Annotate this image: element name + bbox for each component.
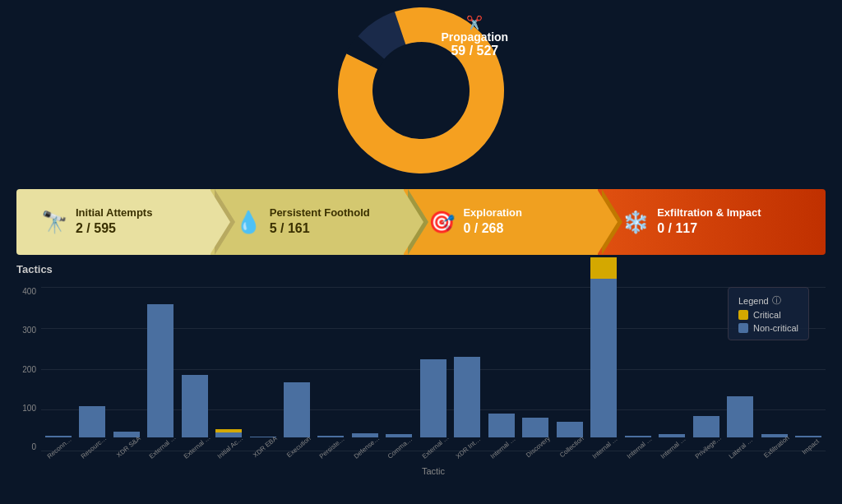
bar-group: XDR Intel... [451,357,483,451]
bar-group: External Cred... [144,304,177,451]
bar-label: Initial Access [216,433,246,460]
bar-group: Internal XOR... [485,414,518,451]
chart-inner: ReconnaissanceResource Doyn...XDR S&AExt… [41,279,826,476]
bar-label: Defense Evasion [353,433,382,460]
bar-stack [724,396,756,437]
pipeline-item-persistent[interactable]: 💧 Persistent Foothold 5 / 161 [210,189,405,255]
bar-noncritical[interactable] [79,406,105,437]
bar-group: Discovery [519,418,552,451]
bars-container: ReconnaissanceResource Doyn...XDR S&AExt… [41,287,826,451]
bar-label: XDR EBA [252,435,279,459]
legend-title-text: Legend [738,296,769,306]
persistent-count: 5 / 161 [270,220,370,238]
y-label-200: 200 [22,365,36,374]
chart-title: Tactics [16,263,826,275]
y-label-400: 400 [22,287,36,296]
bar-label: Discovery [525,435,552,459]
bar-label: Execution [286,435,313,459]
bar-group: Privilege Esc... [690,416,723,451]
bar-label: Internal Cred... [625,433,655,460]
bar-label: Reconnaissance [45,433,75,460]
bar-noncritical[interactable] [693,416,719,437]
critical-label: Critical [753,310,781,320]
initial-icon: 🔭 [41,210,67,235]
exploration-count: 0 / 268 [463,220,522,238]
top-section: ✂️ Propagation 59 / 527 🔭 Initial Attemp… [0,0,842,255]
legend-item-noncritical: Non-critical [738,323,798,333]
bar-noncritical[interactable] [454,357,480,437]
bar-label: External XOR... [182,433,211,460]
bar-noncritical[interactable] [182,375,208,437]
pipeline: 🔭 Initial Attempts 2 / 595 💧 Persistent … [16,189,826,255]
bar-stack [587,257,620,437]
bar-label: XDR S&A [115,435,142,459]
bar-label: Internal XOR... [591,433,621,460]
bar-noncritical[interactable] [488,414,515,437]
legend-title: Legend ⓘ [738,294,798,307]
propagation-title: Propagation [442,30,509,44]
pipeline-item-initial[interactable]: 🔭 Initial Attempts 2 / 595 [16,189,210,255]
bar-label: Resource Doyn... [80,433,109,460]
bar-group: Internal XOR... [587,257,620,451]
bar-label: Internal XOR... [659,433,689,460]
initial-label: Initial Attempts [76,206,152,220]
chart-area: 400 300 200 100 0 ReconnaissanceResource… [16,279,826,492]
bar-group: Internal Cred... [622,436,655,451]
bar-stack [792,436,825,437]
y-label-100: 100 [22,404,36,413]
bar-group: Impact [792,436,825,451]
exploration-icon: 🎯 [428,210,455,235]
bar-group: Collection [553,422,586,451]
persistent-label: Persistent Foothold [270,206,370,220]
initial-count: 2 / 595 [76,220,152,238]
bar-critical[interactable] [590,257,617,279]
bar-group: Reconnaissance [42,436,75,451]
bar-group: Internal XOR... [655,434,688,451]
bar-label: Privilege Esc... [693,433,723,460]
exfiltration-count: 0 / 117 [657,220,761,238]
bar-noncritical[interactable] [420,359,446,437]
bar-group: Initial Access [212,429,245,451]
bar-group: External XOR... [417,359,450,451]
bar-stack [451,357,483,437]
bar-noncritical[interactable] [795,436,821,437]
x-axis-label: Tactic [422,466,445,476]
pipeline-item-exploration[interactable]: 🎯 Exploration 0 / 268 [404,189,598,255]
bar-group: XDR S&A [110,432,143,451]
legend-item-critical: Critical [738,310,798,320]
bar-label: Command and C... [386,433,416,460]
bar-noncritical[interactable] [284,382,310,437]
persistent-text: Persistent Foothold 5 / 161 [270,206,370,238]
legend-info-icon: ⓘ [772,294,781,307]
exfiltration-label: Exfiltration & Impact [657,206,761,220]
exfiltration-text: Exfiltration & Impact 0 / 117 [657,206,761,238]
bar-label: External Cred... [148,433,178,460]
bar-label: Exfiltration [762,434,790,460]
bar-group: Defense Evasion [349,433,382,451]
bar-group: Execution [280,382,313,451]
bar-stack [178,375,211,437]
critical-dot [738,310,748,320]
bar-noncritical[interactable] [590,279,617,437]
bar-noncritical[interactable] [727,396,753,437]
noncritical-label: Non-critical [753,323,798,333]
pipeline-item-exfiltration[interactable]: ❄️ Exfiltration & Impact 0 / 117 [598,189,826,255]
bar-stack [280,382,313,437]
bar-label: Internal XOR... [489,433,519,460]
bar-noncritical[interactable] [522,418,548,437]
bar-group: Lateral Movem... [724,396,756,451]
bar-label: External XOR... [421,433,451,460]
bar-group: Resource Doyn... [76,406,109,451]
bottom-section: Tactics 400 300 200 100 0 Reconnaissance… [0,255,842,502]
bar-label: Collection [558,435,585,459]
bar-stack [144,304,177,437]
bar-noncritical[interactable] [147,304,173,437]
bar-label: Persistence [318,433,348,460]
y-axis: 400 300 200 100 0 [16,287,41,451]
y-label-0: 0 [31,442,36,451]
bar-stack [417,359,450,437]
bar-group: External XOR... [178,375,211,451]
exfiltration-icon: ❄️ [622,210,649,235]
bar-label: XDR Intel... [455,433,484,460]
noncritical-dot [738,323,748,333]
